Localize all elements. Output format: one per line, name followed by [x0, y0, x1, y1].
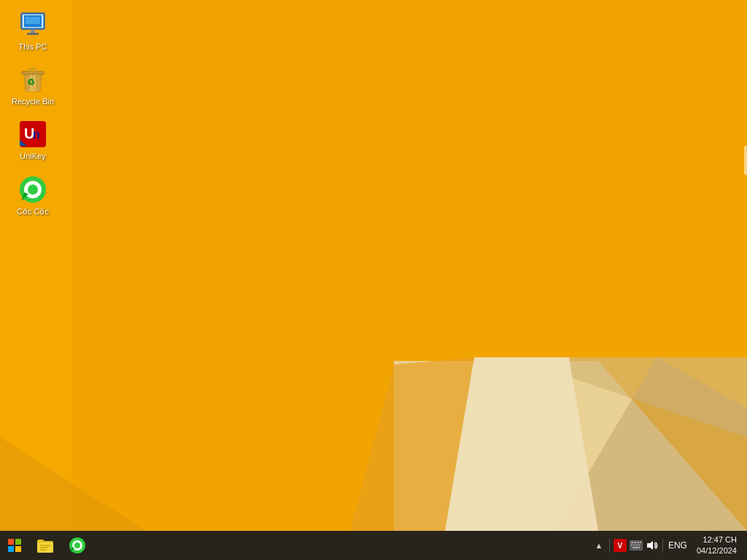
- tray-show-hidden-button[interactable]: ▲: [592, 531, 606, 560]
- speaker-icon: [646, 540, 658, 551]
- svg-rect-42: [634, 542, 636, 543]
- tray-volume-button[interactable]: [645, 531, 659, 560]
- svg-rect-47: [636, 545, 638, 546]
- taskbar-item-coc-coc[interactable]: [61, 531, 93, 560]
- svg-point-27: [28, 184, 38, 195]
- system-tray: ▲ V: [587, 531, 747, 560]
- svg-rect-43: [637, 542, 639, 543]
- svg-rect-11: [31, 29, 35, 33]
- recycle-bin-label: Recycle Bin: [12, 97, 54, 106]
- chevron-up-icon: ▲: [595, 541, 603, 550]
- svg-text:♻: ♻: [27, 77, 35, 88]
- unikey-tray-badge: V: [614, 539, 627, 552]
- desktop-icons: This PC ♻: [0, 0, 66, 227]
- desktop-icon-this-pc[interactable]: This PC: [4, 7, 62, 55]
- unikey-tray-label: V: [618, 542, 623, 550]
- language-label: ENG: [665, 540, 690, 551]
- svg-rect-29: [8, 539, 14, 545]
- svg-rect-32: [15, 546, 21, 552]
- unikey-label: UniKey: [20, 152, 45, 161]
- svg-point-38: [74, 542, 80, 548]
- wallpaper: [0, 0, 747, 531]
- this-pc-label: This PC: [18, 42, 47, 52]
- tray-separator: [609, 538, 610, 553]
- svg-rect-14: [26, 17, 40, 24]
- svg-rect-30: [15, 539, 21, 545]
- svg-rect-46: [633, 545, 635, 546]
- taskbar: ▲ V: [0, 531, 747, 560]
- taskbar-item-file-explorer[interactable]: [29, 531, 61, 560]
- start-button[interactable]: [0, 531, 29, 560]
- desktop-icon-recycle-bin[interactable]: ♻ Recycle Bin: [4, 62, 62, 109]
- file-explorer-icon: [36, 537, 54, 553]
- svg-rect-48: [638, 545, 640, 546]
- tray-unikey-button[interactable]: V: [613, 531, 627, 560]
- desktop-icon-coc-coc[interactable]: Cốc Cốc: [4, 172, 62, 219]
- tray-keyboard-button[interactable]: [629, 531, 643, 560]
- svg-rect-49: [632, 547, 640, 548]
- taskbar-items: [29, 531, 587, 560]
- svg-rect-12: [27, 33, 39, 35]
- svg-rect-41: [631, 542, 633, 543]
- coc-coc-taskbar-icon: [69, 537, 86, 554]
- clock-date: 04/12/2024: [697, 545, 737, 556]
- svg-rect-31: [8, 546, 14, 552]
- clock-time: 12:47 CH: [703, 534, 737, 545]
- this-pc-icon: [18, 10, 47, 39]
- tray-language-button[interactable]: ENG: [666, 531, 689, 560]
- desktop: This PC ♻: [0, 0, 747, 531]
- svg-rect-44: [640, 542, 641, 543]
- svg-text:n: n: [33, 128, 40, 141]
- keyboard-icon: [630, 540, 643, 551]
- coc-coc-label: Cốc Cốc: [17, 207, 49, 217]
- svg-rect-19: [30, 69, 36, 72]
- clock-button[interactable]: 12:47 CH 04/12/2024: [691, 531, 743, 560]
- desktop-icon-unikey[interactable]: U n UniKey: [4, 117, 62, 164]
- windows-logo-icon: [8, 539, 21, 552]
- svg-marker-50: [647, 541, 653, 550]
- tray-separator-2: [662, 538, 663, 553]
- recycle-bin-icon: ♻: [18, 65, 47, 94]
- scrollbar-edge[interactable]: [744, 146, 747, 175]
- coc-coc-icon: [18, 175, 47, 204]
- unikey-icon: U n: [18, 120, 47, 149]
- svg-rect-45: [631, 545, 632, 546]
